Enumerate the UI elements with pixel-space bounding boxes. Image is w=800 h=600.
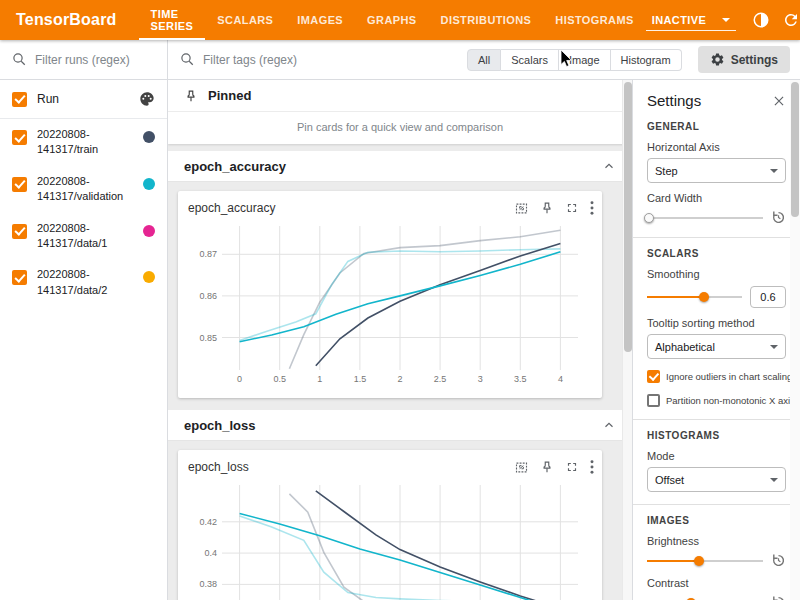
run-row-data-1[interactable]: 20220808-141317/data/1 [0,213,167,260]
select-all-runs-checkbox[interactable] [12,92,27,107]
run-checkbox[interactable] [12,177,27,192]
tab-time-series[interactable]: TIME SERIES [139,0,206,40]
partition-x-axis-checkbox[interactable] [647,394,660,407]
settings-button[interactable]: Settings [698,46,790,73]
pin-icon[interactable] [540,460,554,474]
run-row-validation[interactable]: 20220808-141317/validation [0,166,167,213]
refresh-button[interactable] [778,7,800,33]
contrast-slider[interactable] [647,597,763,600]
scrollbar-thumb[interactable] [791,82,799,217]
svg-text:2: 2 [397,374,402,384]
svg-text:4: 4 [558,374,563,384]
run-checkbox[interactable] [12,270,27,285]
status-dropdown[interactable]: INACTIVE [646,9,737,31]
app-bar: TensorBoard TIME SERIES SCALARS IMAGES G… [0,0,800,40]
run-label: 20220808-141317/validation [37,174,133,205]
histogram-mode-select[interactable]: Offset [647,467,786,492]
filter-tags-input[interactable] [203,53,343,67]
settings-panel-header: Settings [647,92,786,109]
more-options-icon[interactable] [590,201,594,215]
tab-distributions[interactable]: DISTRIBUTIONS [429,0,544,40]
tab-histograms[interactable]: HISTOGRAMS [543,0,645,40]
filter-runs-input[interactable] [35,53,150,67]
slider-thumb[interactable] [699,292,709,302]
close-icon[interactable] [772,94,786,108]
run-row-data-2[interactable]: 20220808-141317/data/2 [0,259,167,306]
contrast-label: Contrast [647,577,786,589]
run-checkbox[interactable] [12,130,27,145]
runs-filter [0,40,167,80]
run-color-dot[interactable] [143,225,155,237]
smoothing-value-input[interactable]: 0.6 [750,286,786,308]
pin-icon[interactable] [540,201,554,215]
scrollbar-thumb[interactable] [624,82,632,352]
section-label-histograms: HISTOGRAMS [647,430,786,441]
status-label: INACTIVE [652,14,707,26]
settings-panel-title: Settings [647,92,701,109]
ignore-outliers-checkbox[interactable] [647,370,660,383]
filter-histogram-button[interactable]: Histogram [611,49,682,71]
svg-text:0.85: 0.85 [199,333,217,343]
brightness-slider[interactable] [647,555,763,567]
chevron-down-icon [722,18,730,22]
tooltip-sorting-select[interactable]: Alphabetical [647,334,786,359]
run-color-dot[interactable] [143,131,155,143]
group-title: epoch_loss [184,418,256,433]
run-checkbox[interactable] [12,224,27,239]
horizontal-axis-select[interactable]: Step [647,158,786,183]
main-scrollbar[interactable] [622,80,632,600]
card-header: epoch_loss [186,455,594,479]
epoch-accuracy-chart[interactable]: 00.511.522.533.540.850.860.87 [186,220,590,388]
chevron-up-icon[interactable] [602,159,616,173]
smoothing-row: 0.6 [647,286,786,308]
slider-thumb[interactable] [694,556,704,566]
epoch-loss-chart[interactable]: 00.511.522.533.540.360.380.40.42 [186,479,590,600]
tags-toolbar: All Scalars Image Histogram Settings [168,40,800,80]
partition-x-axis-row[interactable]: Partition non-monotonic X axis [647,394,786,407]
slider-thumb[interactable] [644,213,654,223]
filter-all-button[interactable]: All [467,49,501,71]
filter-image-button[interactable]: Image [559,49,611,71]
section-label-images: IMAGES [647,515,786,526]
run-color-dot[interactable] [143,178,155,190]
card-width-row [647,210,786,225]
smoothing-label: Smoothing [647,268,786,280]
group-header-epoch-loss[interactable]: epoch_loss [168,410,632,441]
group-header-epoch-accuracy[interactable]: epoch_accuracy [168,151,632,182]
card-width-slider[interactable] [647,212,763,224]
reset-icon[interactable] [771,595,786,600]
card-actions [514,460,594,475]
smoothing-slider[interactable] [647,291,742,303]
theme-toggle-button[interactable] [748,7,774,33]
run-row-train[interactable]: 20220808-141317/train [0,119,167,166]
run-color-dot[interactable] [143,271,155,283]
tab-graphs[interactable]: GRAPHS [355,0,428,40]
svg-text:0.42: 0.42 [199,517,217,527]
chevron-up-icon[interactable] [602,418,616,432]
tab-images[interactable]: IMAGES [285,0,355,40]
more-options-icon[interactable] [590,460,594,474]
ignore-outliers-label: Ignore outliers in chart scaling [666,371,792,382]
svg-text:0.5: 0.5 [273,374,286,384]
reset-icon[interactable] [771,553,786,568]
lower-region: Pinned Pin cards for a quick view and co… [168,80,800,600]
fit-chart-icon[interactable] [514,201,529,216]
svg-text:0.4: 0.4 [204,548,217,558]
settings-scrollbar[interactable] [790,80,800,600]
tab-scalars[interactable]: SCALARS [205,0,285,40]
runs-sidebar: Run 20220808-141317/train 20220808-14131… [0,40,168,600]
svg-text:0.86: 0.86 [199,291,217,301]
fit-chart-icon[interactable] [514,460,529,475]
palette-icon[interactable] [139,91,155,107]
filter-scalars-button[interactable]: Scalars [501,49,559,71]
section-label-general: GENERAL [647,121,786,132]
ignore-outliers-row[interactable]: Ignore outliers in chart scaling [647,370,786,383]
brightness-row [647,553,786,568]
fullscreen-icon[interactable] [565,460,579,474]
fullscreen-icon[interactable] [565,201,579,215]
svg-text:1: 1 [317,374,322,384]
card-title: epoch_accuracy [186,201,514,215]
reset-icon[interactable] [771,210,786,225]
svg-text:3.5: 3.5 [514,374,527,384]
histogram-mode-value: Offset [655,474,684,486]
